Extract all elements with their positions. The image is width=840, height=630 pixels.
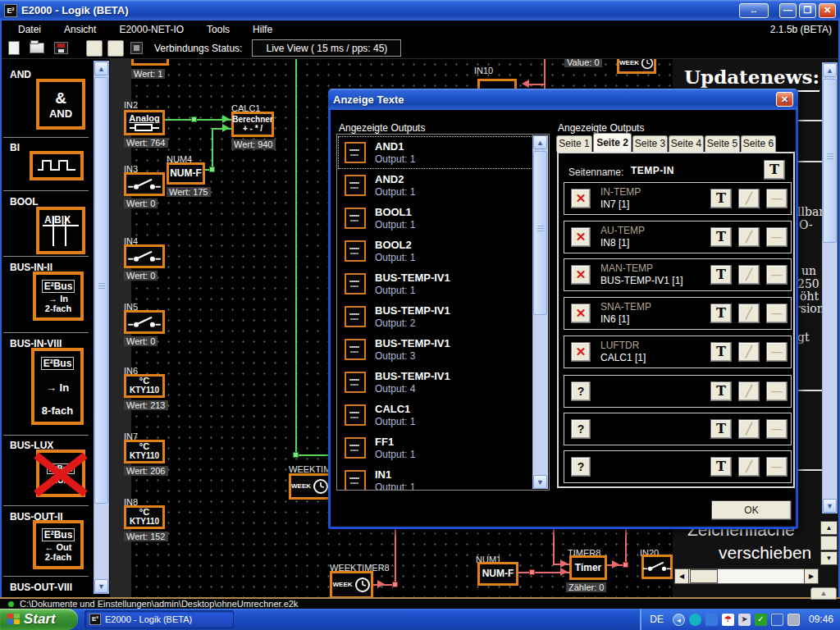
tray-icon-mouse[interactable]: ➤ [738,614,751,626]
tab-seite-2[interactable]: Seite 2 [593,133,632,152]
remove-button[interactable]: ✕ [571,189,591,208]
scroll-up-icon[interactable]: ▲ [823,63,837,77]
page-text-button[interactable]: T [764,160,785,180]
list-item[interactable]: IN1 Output: 1 [338,464,533,491]
list-item[interactable]: BUS-TEMP-IV1 Output: 1 [338,267,533,300]
scroll-down-icon[interactable]: ▼ [823,499,837,513]
tab-seite-5[interactable]: Seite 5 [705,135,740,152]
text-button[interactable]: T [710,189,732,208]
palette-item-bus-lux[interactable]: E²Bus LUX [36,450,85,497]
corner-toggle-button[interactable]: ▲ [810,587,837,600]
wire-junction[interactable] [293,452,299,458]
slash-button[interactable]: ╱ [738,381,760,401]
dialog-title-bar[interactable]: Anzeige Texte ✕ [328,89,798,110]
list-item[interactable]: FF1 Output: 1 [338,431,533,464]
list-item[interactable]: AND2 Output: 1 [338,169,533,202]
tray-icon-monitor-grey[interactable] [788,614,800,626]
node-weektime[interactable]: WEEK [289,473,331,500]
slash-button[interactable]: ╱ [738,342,760,362]
dash-button[interactable]: — [766,381,788,401]
palette-item-bus-in-viii[interactable]: E²Bus → In 8-fach [31,348,84,425]
node-num4[interactable]: NUM-F [167,162,205,185]
resize-toggle-button[interactable]: ↔ [739,3,769,18]
node-num1[interactable]: NUM-F [477,562,518,586]
node-in1-partial[interactable] [131,59,169,66]
minimize-button[interactable]: — [779,3,797,18]
list-item[interactable]: BOOL1 Output: 1 [338,202,533,235]
start-button[interactable]: Start [0,609,78,630]
node-in7[interactable]: °C KTY110 [124,440,165,463]
node-week-top-partial[interactable]: WEEK [617,59,656,74]
scroll-down-icon[interactable]: ▼ [94,579,108,593]
assign-button[interactable]: ? [571,419,591,439]
pan-scroll-thumb[interactable] [820,536,838,550]
language-indicator[interactable]: DE [650,614,664,625]
scroll-up-icon[interactable]: ▲ [94,62,108,75]
tab-seite-3[interactable]: Seite 3 [632,135,668,152]
scrollbar-thumb[interactable] [533,151,547,315]
text-button[interactable]: T [710,381,732,401]
dash-button[interactable]: — [766,457,788,477]
node-in3[interactable] [124,172,165,196]
taskbar-task-e2000[interactable]: E² E2000 - Logik (BETA) [84,610,234,628]
pan-hscroll-thumb[interactable] [690,569,718,583]
list-item[interactable]: BUS-TEMP-IV1 Output: 3 [338,333,533,366]
text-button[interactable]: T [710,419,732,439]
scrollbar-thumb[interactable] [823,79,837,243]
list-item[interactable]: BUS-TEMP-IV1 Output: 2 [338,300,533,333]
dash-button[interactable]: — [766,227,788,247]
wire-junction[interactable] [529,569,535,575]
slash-button[interactable]: ╱ [738,189,760,208]
tray-icon-teal[interactable] [689,614,701,626]
wire-junction[interactable] [623,562,628,568]
wire-junction[interactable] [392,582,398,587]
node-in20[interactable] [641,555,673,579]
outputs-listbox[interactable]: AND1 Output: 1 AND2 Output: 1 BOOL1 Outp… [336,134,550,491]
list-item[interactable]: BOOL2 Output: 1 [338,235,533,267]
save-icon[interactable] [54,42,68,54]
remove-button[interactable]: ✕ [571,342,591,362]
new-file-icon[interactable] [8,41,20,55]
pan-scroll-left-icon[interactable]: ◀ [674,568,689,584]
dash-button[interactable]: — [766,265,788,285]
toolbar-button-1[interactable] [86,40,103,57]
open-file-icon[interactable] [30,43,44,53]
slash-button[interactable]: ╱ [738,265,760,285]
pan-scroll-up-icon[interactable]: ▲ [820,521,838,535]
news-scrollbar[interactable]: ▲ ▼ [822,62,838,514]
node-in5[interactable] [124,310,165,334]
remove-button[interactable]: ✕ [571,304,591,323]
tray-collapse-icon[interactable]: ◂ [673,614,685,626]
menu-datei[interactable]: Datei [2,24,52,35]
assign-button[interactable]: ? [571,457,591,477]
tab-seite-4[interactable]: Seite 4 [669,135,704,152]
tray-icon-avira[interactable]: ☂ [722,614,734,626]
slash-button[interactable]: ╱ [738,457,760,477]
menu-e2000-net-io[interactable]: E2000-NET-IO [107,24,195,35]
close-button[interactable]: ✕ [819,3,836,18]
dash-button[interactable]: — [766,189,788,208]
node-calc1[interactable]: Berechner + - * / [231,112,274,137]
node-weektimer8[interactable]: WEEK [330,571,373,597]
list-item[interactable]: CALC1 Output: 1 [338,399,533,431]
tray-icon-shield[interactable]: ✓ [755,614,767,626]
remove-button[interactable]: ✕ [571,227,591,247]
wire-junction[interactable] [209,167,215,172]
pan-scroll-right-icon[interactable]: ▶ [804,568,819,584]
toolbar-button-3[interactable] [130,42,143,54]
text-button[interactable]: T [710,265,732,285]
palette-item-bi[interactable] [30,151,84,180]
slash-button[interactable]: ╱ [738,227,760,247]
maximize-button[interactable]: ❐ [799,3,816,18]
tray-icon-network[interactable] [705,614,718,626]
palette-item-and[interactable]: & AND [36,79,85,130]
text-button[interactable]: T [710,227,732,247]
menu-tools[interactable]: Tools [195,24,241,35]
text-button[interactable]: T [710,342,732,362]
text-button[interactable]: T [710,304,732,323]
node-in4[interactable] [124,244,165,268]
tab-seite-1[interactable]: Seite 1 [556,135,592,152]
slash-button[interactable]: ╱ [738,304,760,323]
tab-seite-6[interactable]: Seite 6 [741,135,776,152]
text-button[interactable]: T [710,457,732,477]
